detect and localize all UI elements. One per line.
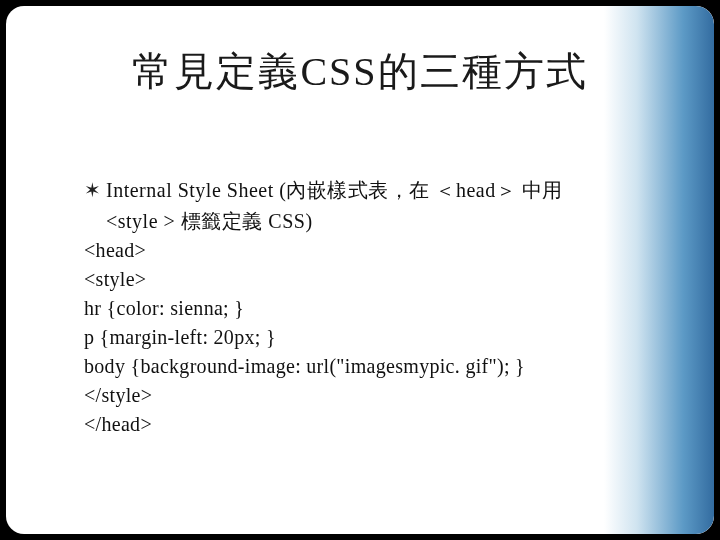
code-line: p {margin-left: 20px; } xyxy=(84,323,644,352)
code-line: <head> xyxy=(84,236,644,265)
code-line: body {background-image: url("imagesmypic… xyxy=(84,352,644,381)
bullet-icon: ✶ xyxy=(84,176,106,205)
slide-title: 常見定義CSS的三種方式 xyxy=(6,44,714,99)
bullet-item: ✶ Internal Style Sheet (內嵌樣式表，在 ＜head＞ 中… xyxy=(84,176,644,205)
bullet-text-line1: Internal Style Sheet (內嵌樣式表，在 ＜head＞ 中用 xyxy=(106,176,644,205)
bullet-text-line2: <style > 標籤定義 CSS) xyxy=(84,207,644,236)
slide: 常見定義CSS的三種方式 ✶ Internal Style Sheet (內嵌樣… xyxy=(6,6,714,534)
code-line: </head> xyxy=(84,410,644,439)
code-block: <head> <style> hr {color: sienna; } p {m… xyxy=(84,236,644,439)
code-line: <style> xyxy=(84,265,644,294)
code-line: </style> xyxy=(84,381,644,410)
code-line: hr {color: sienna; } xyxy=(84,294,644,323)
slide-content: ✶ Internal Style Sheet (內嵌樣式表，在 ＜head＞ 中… xyxy=(84,176,644,439)
